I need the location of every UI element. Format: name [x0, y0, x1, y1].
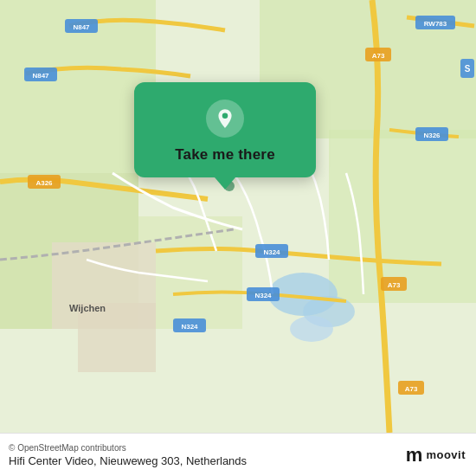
map-container: N847 N847 A73 A73 A73 A326 N324 N324 N32…: [0, 0, 476, 433]
svg-text:N324: N324: [181, 323, 198, 331]
footer: © OpenStreetMap contributors Hifi Center…: [0, 433, 476, 476]
svg-text:N324: N324: [263, 248, 280, 256]
moovit-logo-text: moovit: [426, 448, 466, 461]
svg-text:N847: N847: [32, 72, 49, 80]
take-me-there-label: Take me there: [175, 146, 275, 164]
moovit-logo-m: m: [406, 444, 423, 466]
svg-point-10: [290, 316, 333, 342]
svg-text:N324: N324: [254, 292, 272, 299]
svg-text:S: S: [465, 64, 471, 74]
map-background: N847 N847 A73 A73 A73 A326 N324 N324 N32…: [0, 0, 476, 433]
svg-text:A73: A73: [372, 52, 385, 60]
osm-credit: © OpenStreetMap contributors: [9, 443, 247, 453]
take-me-there-popup[interactable]: Take me there: [134, 82, 316, 177]
address-text: Hifi Center Video, Nieuweweg 303, Nether…: [9, 454, 247, 467]
svg-text:A73: A73: [405, 385, 418, 393]
location-pin-icon: [206, 100, 244, 138]
svg-text:Wijchen: Wijchen: [69, 303, 106, 313]
svg-rect-7: [78, 303, 156, 372]
moovit-logo: m moovit: [406, 444, 466, 466]
svg-point-37: [222, 113, 228, 119]
svg-text:N326: N326: [423, 132, 441, 139]
svg-text:N847: N847: [73, 23, 90, 31]
svg-text:RW783: RW783: [424, 20, 447, 28]
svg-text:A73: A73: [388, 281, 401, 289]
footer-left: © OpenStreetMap contributors Hifi Center…: [9, 443, 247, 467]
svg-text:A326: A326: [35, 179, 53, 187]
